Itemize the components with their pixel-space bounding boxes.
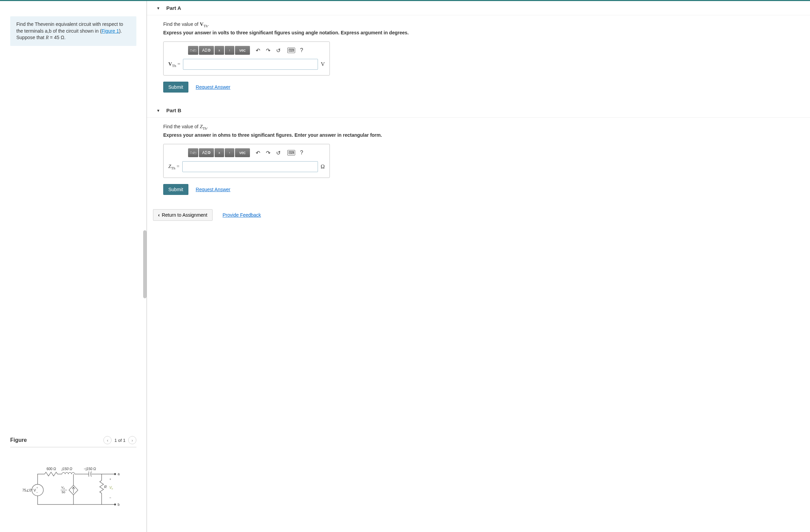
exp-button[interactable]: x xyxy=(214,46,224,55)
part-b-instruction: Express your answer in ohms to three sig… xyxy=(163,132,796,138)
part-b-answer-box: □√□ ΑΣΦ x ↑ vec ↶ ↷ ↺ ⌨ ? ZTh = xyxy=(163,144,330,178)
return-to-assignment-button[interactable]: ‹Return to Assignment xyxy=(153,209,212,221)
part-a: ▼ Part A Find the value of VTh. Express … xyxy=(147,1,810,99)
part-a-prompt: Find the value of VTh. xyxy=(163,21,796,28)
figure-panel: Figure ‹ 1 of 1 › xyxy=(0,429,147,532)
greek-button[interactable]: ΑΣΦ xyxy=(199,148,214,157)
part-b-unit: Ω xyxy=(321,164,325,170)
part-b: ▼ Part B Find the value of ZTh. Express … xyxy=(147,103,810,202)
figure-link[interactable]: Figure 1 xyxy=(102,28,119,34)
pager-next-button[interactable]: › xyxy=(128,436,136,444)
collapse-icon[interactable]: ▼ xyxy=(157,109,160,113)
problem-var: R xyxy=(46,35,49,40)
part-a-toolbar: □√□ ΑΣΦ x ↑ vec ↶ ↷ ↺ ⌨ ? xyxy=(168,46,325,55)
figure-pager: ‹ 1 of 1 › xyxy=(103,436,136,444)
part-a-submit-button[interactable]: Submit xyxy=(163,82,189,93)
jl-label: j150 Ω xyxy=(61,467,72,471)
redo-button[interactable]: ↷ xyxy=(263,46,273,55)
part-b-title: Part B xyxy=(166,108,181,113)
term-b: b xyxy=(117,502,119,506)
Vo-label: Vo xyxy=(109,485,113,489)
svg-point-1 xyxy=(114,473,116,475)
svg-text:+: + xyxy=(36,486,38,489)
part-a-unit: V xyxy=(321,61,325,67)
subscript-button[interactable]: ↑ xyxy=(225,46,234,55)
svg-text:+: + xyxy=(109,477,111,481)
pager-label: 1 of 1 xyxy=(114,438,126,443)
part-b-lhs: ZTh = xyxy=(168,164,180,170)
svg-text:50: 50 xyxy=(62,490,65,494)
undo-button[interactable]: ↶ xyxy=(253,46,263,55)
svg-text:−: − xyxy=(36,490,38,494)
part-a-answer-box: □√□ ΑΣΦ x ↑ vec ↶ ↷ ↺ ⌨ ? VTh = xyxy=(163,42,330,76)
reset-button[interactable]: ↺ xyxy=(274,148,283,157)
pager-prev-button[interactable]: ‹ xyxy=(103,436,112,444)
term-a: a xyxy=(117,472,119,476)
help-button[interactable]: ? xyxy=(297,148,306,157)
templates-button[interactable]: □√□ xyxy=(188,148,198,157)
part-b-request-answer-link[interactable]: Request Answer xyxy=(196,187,230,192)
part-a-request-answer-link[interactable]: Request Answer xyxy=(196,84,230,90)
problem-statement: Find the Thevenin equivalent circuit wit… xyxy=(10,16,136,46)
part-a-title: Part A xyxy=(166,5,181,11)
templates-button[interactable]: □√□ xyxy=(188,46,198,55)
svg-text:−: − xyxy=(109,496,111,500)
provide-feedback-link[interactable]: Provide Feedback xyxy=(223,212,261,218)
svg-point-2 xyxy=(114,503,116,505)
part-a-instruction: Express your answer in volts to three si… xyxy=(163,30,796,35)
part-b-prompt: Find the value of ZTh. xyxy=(163,124,796,130)
part-a-lhs: VTh = xyxy=(168,61,180,68)
circuit-figure: + − 75∠0° V 600 Ω j150 Ω −j150 Ω Vo 50 R… xyxy=(10,447,136,525)
exp-button[interactable]: x xyxy=(214,148,224,157)
part-b-input[interactable] xyxy=(182,161,318,172)
undo-button[interactable]: ↶ xyxy=(253,148,263,157)
keyboard-button[interactable]: ⌨ xyxy=(287,148,296,157)
reset-button[interactable]: ↺ xyxy=(274,46,283,55)
vec-button[interactable]: vec xyxy=(235,46,250,55)
R-label: R xyxy=(104,485,107,489)
part-b-submit-button[interactable]: Submit xyxy=(163,184,189,195)
part-b-toolbar: □√□ ΑΣΦ x ↑ vec ↶ ↷ ↺ ⌨ ? xyxy=(168,148,325,157)
svg-text:Vo: Vo xyxy=(61,485,65,489)
collapse-icon[interactable]: ▼ xyxy=(157,6,160,10)
subscript-button[interactable]: ↑ xyxy=(225,148,234,157)
redo-button[interactable]: ↷ xyxy=(263,148,273,157)
cap-label: −j150 Ω xyxy=(84,467,96,471)
src-label: 75∠0° V xyxy=(22,488,36,492)
problem-eq: = 45 Ω. xyxy=(49,35,66,40)
chevron-left-icon: ‹ xyxy=(158,212,160,218)
left-scrollbar[interactable] xyxy=(143,229,147,300)
vec-button[interactable]: vec xyxy=(235,148,250,157)
figure-title: Figure xyxy=(10,437,27,443)
keyboard-button[interactable]: ⌨ xyxy=(287,46,296,55)
help-button[interactable]: ? xyxy=(297,46,306,55)
part-a-input[interactable] xyxy=(183,59,318,70)
r1-label: 600 Ω xyxy=(46,467,56,471)
greek-button[interactable]: ΑΣΦ xyxy=(199,46,214,55)
circuit-svg: + − 75∠0° V 600 Ω j150 Ω −j150 Ω Vo 50 R… xyxy=(19,460,128,517)
